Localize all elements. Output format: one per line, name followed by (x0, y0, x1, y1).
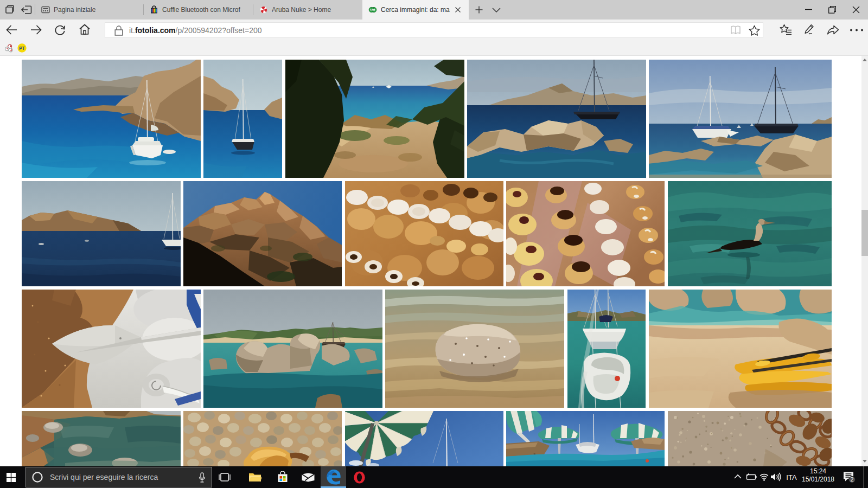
svg-text:PT: PT (19, 46, 24, 51)
svg-text:2: 2 (851, 476, 854, 483)
